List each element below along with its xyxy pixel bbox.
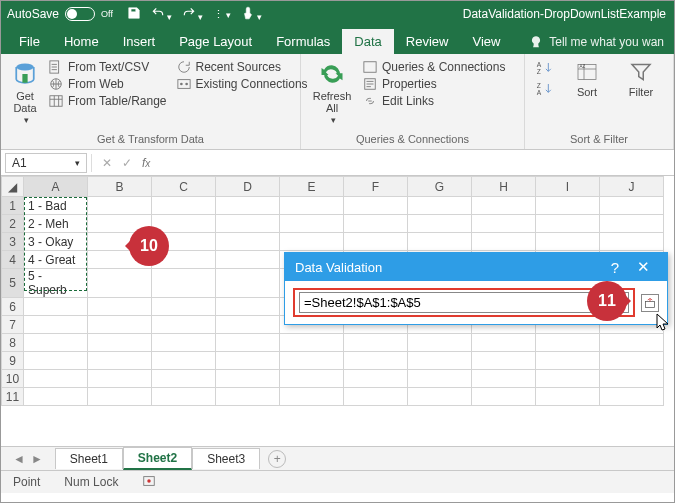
tell-me-search[interactable]: Tell me what you wan: [519, 30, 674, 54]
col-D[interactable]: D: [216, 177, 280, 197]
from-web[interactable]: From Web: [49, 77, 167, 91]
get-data-button[interactable]: Get Data▾: [11, 60, 39, 126]
autosave-state: Off: [101, 9, 113, 19]
col-F[interactable]: F: [344, 177, 408, 197]
cell-A4[interactable]: 4 - Great: [24, 251, 88, 269]
enter-icon[interactable]: ✓: [122, 156, 132, 170]
row-8[interactable]: 8: [2, 334, 24, 352]
cell-A3[interactable]: 3 - Okay: [24, 233, 88, 251]
touch-mode-icon[interactable]: ▾: [241, 6, 262, 23]
row-6[interactable]: 6: [2, 298, 24, 316]
sort-desc-button[interactable]: ZA: [535, 81, 555, 100]
tab-data[interactable]: Data: [342, 29, 393, 54]
cell-A2[interactable]: 2 - Meh: [24, 215, 88, 233]
chevron-down-icon: ▾: [75, 158, 80, 168]
autosave-label: AutoSave: [7, 7, 59, 21]
cell-A5[interactable]: 5 - Superb: [24, 269, 88, 298]
column-headers[interactable]: ◢ A B C D E F G H I J: [2, 177, 664, 197]
row-7[interactable]: 7: [2, 316, 24, 334]
status-numlock: Num Lock: [64, 475, 118, 489]
cell-A1[interactable]: 1 - Bad: [24, 197, 88, 215]
sheet-tab-2[interactable]: Sheet2: [123, 447, 192, 470]
sheet-nav-next-icon[interactable]: ►: [31, 452, 43, 466]
undo-icon[interactable]: ▾: [151, 6, 172, 23]
tab-file[interactable]: File: [7, 29, 52, 54]
quick-access-toolbar: ▾ ▾ ⋮▾ ▾: [127, 6, 262, 23]
svg-text:AZ: AZ: [580, 64, 586, 69]
dialog-help-button[interactable]: ?: [601, 259, 629, 276]
mouse-cursor-icon: [655, 312, 671, 332]
tell-me-label: Tell me what you wan: [549, 35, 664, 49]
formula-controls: ✕ ✓ fx: [92, 156, 160, 170]
status-mode: Point: [13, 475, 40, 489]
redo-icon[interactable]: ▾: [182, 6, 203, 23]
row-4[interactable]: 4: [2, 251, 24, 269]
tab-formulas[interactable]: Formulas: [264, 29, 342, 54]
tab-review[interactable]: Review: [394, 29, 461, 54]
group-label-sort-filter: Sort & Filter: [525, 131, 673, 149]
row-5[interactable]: 5: [2, 269, 24, 298]
save-icon[interactable]: [127, 6, 141, 23]
from-text-csv[interactable]: From Text/CSV: [49, 60, 167, 74]
edit-links[interactable]: Edit Links: [363, 94, 505, 108]
col-H[interactable]: H: [472, 177, 536, 197]
row-9[interactable]: 9: [2, 352, 24, 370]
document-title: DataValidation-DropDownListExample: [262, 7, 668, 21]
cancel-icon[interactable]: ✕: [102, 156, 112, 170]
name-box[interactable]: A1 ▾: [5, 153, 87, 173]
dialog-title-bar[interactable]: Data Validation ? ✕: [285, 253, 667, 281]
group-label-queries: Queries & Connections: [301, 131, 524, 149]
dialog-title: Data Validation: [295, 260, 382, 275]
from-table-range[interactable]: From Table/Range: [49, 94, 167, 108]
customize-qat-icon[interactable]: ⋮▾: [213, 8, 231, 21]
sort-button[interactable]: AZ Sort: [565, 60, 609, 98]
sort-asc-button[interactable]: AZ: [535, 60, 555, 79]
row-10[interactable]: 10: [2, 370, 24, 388]
col-E[interactable]: E: [280, 177, 344, 197]
ribbon-tabs: File Home Insert Page Layout Formulas Da…: [1, 27, 674, 54]
sheet-nav[interactable]: ◄►: [1, 452, 55, 466]
existing-connections[interactable]: Existing Connections: [177, 77, 308, 91]
tab-home[interactable]: Home: [52, 29, 111, 54]
svg-text:Z: Z: [537, 68, 541, 75]
toggle-switch-icon: [65, 7, 95, 21]
tab-page-layout[interactable]: Page Layout: [167, 29, 264, 54]
autosave-toggle[interactable]: AutoSave Off: [7, 7, 113, 21]
tab-insert[interactable]: Insert: [111, 29, 168, 54]
dialog-collapse-button[interactable]: [641, 294, 659, 312]
macro-record-icon[interactable]: [142, 474, 156, 491]
col-B[interactable]: B: [88, 177, 152, 197]
formula-bar: A1 ▾ ✕ ✓ fx: [1, 150, 674, 176]
recent-sources[interactable]: Recent Sources: [177, 60, 308, 74]
data-validation-dialog: Data Validation ? ✕ 11: [284, 252, 668, 325]
sheet-tab-3[interactable]: Sheet3: [192, 448, 260, 469]
filter-button[interactable]: Filter: [619, 60, 663, 98]
row-3[interactable]: 3: [2, 233, 24, 251]
select-all-corner[interactable]: ◢: [2, 177, 24, 197]
sheet-tab-1[interactable]: Sheet1: [55, 448, 123, 469]
row-1[interactable]: 1: [2, 197, 24, 215]
dialog-formula-input[interactable]: [299, 292, 629, 313]
col-A[interactable]: A: [24, 177, 88, 197]
col-G[interactable]: G: [408, 177, 472, 197]
svg-point-0: [16, 64, 34, 71]
col-I[interactable]: I: [536, 177, 600, 197]
col-C[interactable]: C: [152, 177, 216, 197]
sheet-nav-prev-icon[interactable]: ◄: [13, 452, 25, 466]
group-get-transform: Get Data▾ From Text/CSV From Web From Ta…: [1, 54, 301, 149]
fx-icon[interactable]: fx: [142, 156, 150, 170]
tab-view[interactable]: View: [460, 29, 512, 54]
dialog-close-button[interactable]: ✕: [629, 258, 657, 276]
status-bar: Point Num Lock: [1, 470, 674, 493]
svg-rect-5: [177, 80, 189, 89]
svg-text:A: A: [537, 89, 542, 96]
svg-rect-8: [364, 62, 376, 73]
row-2[interactable]: 2: [2, 215, 24, 233]
add-sheet-button[interactable]: +: [268, 450, 286, 468]
properties[interactable]: Properties: [363, 77, 505, 91]
col-J[interactable]: J: [600, 177, 664, 197]
sheet-tab-bar: ◄► Sheet1 Sheet2 Sheet3 +: [1, 446, 674, 470]
queries-connections[interactable]: Queries & Connections: [363, 60, 505, 74]
refresh-all-button[interactable]: Refresh All▾: [311, 60, 353, 126]
row-11[interactable]: 11: [2, 388, 24, 406]
